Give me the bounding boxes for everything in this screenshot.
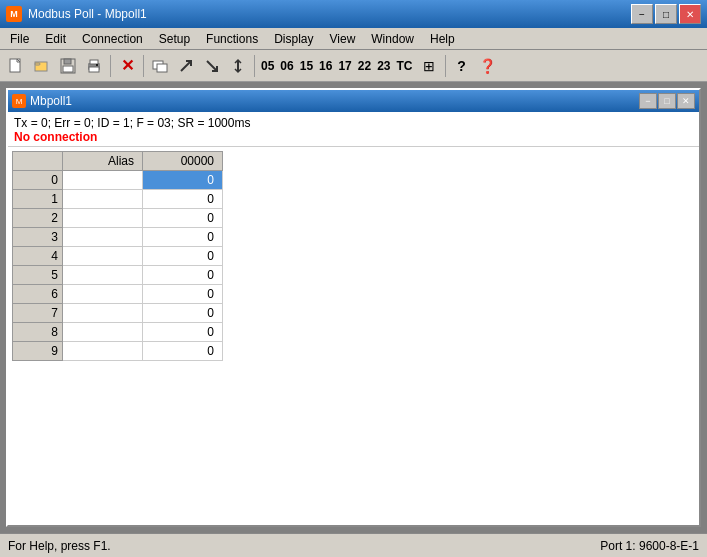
data-tbody: 00102030405060708090 [13, 171, 223, 361]
table-row[interactable]: 70 [13, 304, 223, 323]
data-table-container: Alias 00000 00102030405060708090 [8, 147, 699, 525]
toolbar-separator-4 [445, 55, 446, 77]
value-header: 00000 [143, 152, 223, 171]
status-port-info: Port 1: 9600-8-E-1 [600, 539, 699, 553]
toolbar-connect-button[interactable] [174, 54, 198, 78]
alias-cell[interactable] [63, 171, 143, 190]
svg-rect-11 [96, 64, 98, 66]
toolbar-save-button[interactable] [56, 54, 80, 78]
child-title-left: M Mbpoll1 [12, 94, 72, 108]
toolbar-fc06[interactable]: 06 [278, 59, 295, 73]
value-cell[interactable]: 0 [143, 209, 223, 228]
menu-display[interactable]: Display [266, 28, 321, 49]
alias-cell[interactable] [63, 304, 143, 323]
menu-file[interactable]: File [2, 28, 37, 49]
svg-rect-13 [157, 64, 167, 72]
table-row[interactable]: 80 [13, 323, 223, 342]
toolbar-about-button[interactable]: ❓ [476, 54, 500, 78]
svg-rect-7 [63, 66, 73, 72]
child-window: M Mbpoll1 − □ ✕ Tx = 0; Err = 0; ID = 1;… [6, 88, 701, 527]
row-index-cell: 8 [13, 323, 63, 342]
value-cell[interactable]: 0 [143, 190, 223, 209]
toolbar-cycle-button[interactable] [226, 54, 250, 78]
status-help-text: For Help, press F1. [8, 539, 111, 553]
alias-cell[interactable] [63, 228, 143, 247]
value-cell[interactable]: 0 [143, 247, 223, 266]
menu-connection[interactable]: Connection [74, 28, 151, 49]
toolbar-separator-1 [110, 55, 111, 77]
svg-rect-10 [89, 67, 99, 72]
child-close-button[interactable]: ✕ [677, 93, 695, 109]
status-info: Tx = 0; Err = 0; ID = 1; F = 03; SR = 10… [8, 112, 699, 147]
table-row[interactable]: 20 [13, 209, 223, 228]
menu-setup[interactable]: Setup [151, 28, 198, 49]
svg-rect-4 [35, 63, 40, 65]
menu-window[interactable]: Window [363, 28, 422, 49]
alias-cell[interactable] [63, 190, 143, 209]
menu-view[interactable]: View [322, 28, 364, 49]
value-cell[interactable]: 0 [143, 323, 223, 342]
toolbar-open-button[interactable] [30, 54, 54, 78]
toolbar-fc16[interactable]: 16 [317, 59, 334, 73]
row-index-cell: 4 [13, 247, 63, 266]
toolbar-new-button[interactable] [4, 54, 28, 78]
alias-cell[interactable] [63, 209, 143, 228]
value-cell[interactable]: 0 [143, 171, 223, 190]
toolbar-fc05[interactable]: 05 [259, 59, 276, 73]
title-controls: − □ ✕ [631, 4, 701, 24]
value-cell[interactable]: 0 [143, 228, 223, 247]
table-row[interactable]: 50 [13, 266, 223, 285]
svg-line-14 [181, 61, 191, 71]
row-index-cell: 6 [13, 285, 63, 304]
row-index-cell: 2 [13, 209, 63, 228]
toolbar-fc15[interactable]: 15 [298, 59, 315, 73]
row-index-cell: 5 [13, 266, 63, 285]
close-button[interactable]: ✕ [679, 4, 701, 24]
menu-edit[interactable]: Edit [37, 28, 74, 49]
toolbar-tc[interactable]: TC [395, 59, 415, 73]
toolbar-fc17[interactable]: 17 [336, 59, 353, 73]
toolbar-tc-icon[interactable]: ⊞ [417, 54, 441, 78]
row-index-cell: 9 [13, 342, 63, 361]
value-cell[interactable]: 0 [143, 342, 223, 361]
title-bar-left: M Modbus Poll - Mbpoll1 [6, 6, 147, 22]
toolbar-delete-button[interactable]: ✕ [115, 54, 139, 78]
status-line: Tx = 0; Err = 0; ID = 1; F = 03; SR = 10… [14, 116, 693, 130]
child-maximize-button[interactable]: □ [658, 93, 676, 109]
toolbar-fc22[interactable]: 22 [356, 59, 373, 73]
maximize-button[interactable]: □ [655, 4, 677, 24]
table-row[interactable]: 10 [13, 190, 223, 209]
alias-cell[interactable] [63, 323, 143, 342]
app-icon: M [6, 6, 22, 22]
status-bar: For Help, press F1. Port 1: 9600-8-E-1 [0, 533, 707, 557]
content-area: Tx = 0; Err = 0; ID = 1; F = 03; SR = 10… [8, 112, 699, 525]
alias-cell[interactable] [63, 342, 143, 361]
menu-bar: File Edit Connection Setup Functions Dis… [0, 28, 707, 50]
value-cell[interactable]: 0 [143, 304, 223, 323]
table-row[interactable]: 40 [13, 247, 223, 266]
data-table: Alias 00000 00102030405060708090 [12, 151, 223, 361]
title-bar: M Modbus Poll - Mbpoll1 − □ ✕ [0, 0, 707, 28]
alias-cell[interactable] [63, 266, 143, 285]
minimize-button[interactable]: − [631, 4, 653, 24]
value-cell[interactable]: 0 [143, 266, 223, 285]
toolbar-disconnect-button[interactable] [200, 54, 224, 78]
toolbar-help-button[interactable]: ? [450, 54, 474, 78]
alias-cell[interactable] [63, 247, 143, 266]
child-window-controls: − □ ✕ [639, 93, 695, 109]
value-cell[interactable]: 0 [143, 285, 223, 304]
table-row[interactable]: 00 [13, 171, 223, 190]
menu-functions[interactable]: Functions [198, 28, 266, 49]
row-index-cell: 7 [13, 304, 63, 323]
alias-cell[interactable] [63, 285, 143, 304]
child-minimize-button[interactable]: − [639, 93, 657, 109]
toolbar-print-button[interactable] [82, 54, 106, 78]
child-window-icon: M [12, 94, 26, 108]
menu-help[interactable]: Help [422, 28, 463, 49]
toolbar-fc23[interactable]: 23 [375, 59, 392, 73]
table-row[interactable]: 30 [13, 228, 223, 247]
toolbar-window-button[interactable] [148, 54, 172, 78]
table-row[interactable]: 60 [13, 285, 223, 304]
table-row[interactable]: 90 [13, 342, 223, 361]
alias-header: Alias [63, 152, 143, 171]
